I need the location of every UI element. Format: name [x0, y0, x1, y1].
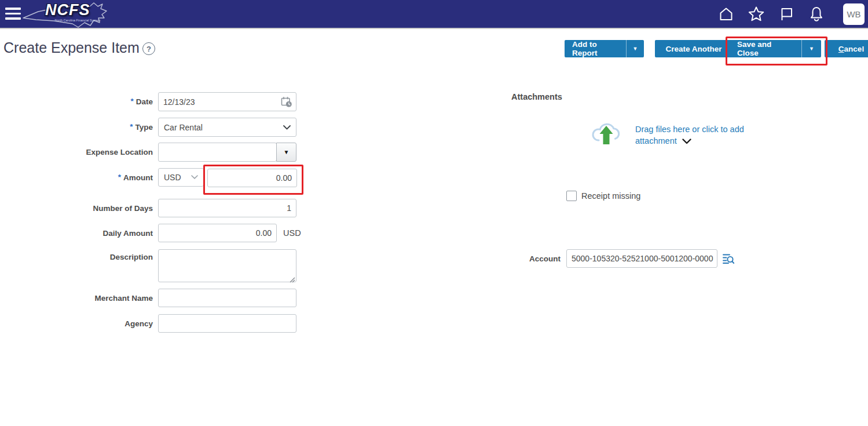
number-of-days-field-label: Number of Days — [0, 199, 153, 218]
label-text: Merchant Name — [94, 294, 153, 303]
daily-amount-currency-suffix: USD — [283, 224, 301, 243]
label-text: Type — [135, 123, 153, 132]
label-text: Expense Location — [86, 148, 153, 156]
label-text: Number of Days — [93, 204, 153, 213]
save-and-close-dropdown-arrow-icon[interactable]: ▼ — [801, 40, 821, 57]
attachment-options-chevron-icon[interactable] — [682, 136, 691, 148]
expense-location-field-label: Expense Location — [0, 143, 153, 162]
add-to-report-dropdown-arrow-icon[interactable]: ▼ — [626, 40, 644, 57]
ncfs-logo[interactable]: NCFS North Carolina Financial System — [22, 0, 109, 28]
amount-input[interactable] — [207, 169, 297, 187]
amount-currency-select[interactable]: USD — [158, 168, 204, 187]
expense-location-dropdown-button[interactable]: ▼ — [276, 143, 296, 162]
daily-amount-field-label: Daily Amount — [0, 224, 153, 243]
account-field-label: Account — [466, 249, 561, 268]
notifications-bell-icon[interactable] — [808, 5, 825, 23]
required-marker: * — [118, 173, 121, 181]
date-field-label: *Date — [0, 92, 153, 111]
page-title: Create Expense Item — [3, 39, 140, 56]
label-text: Account — [529, 254, 561, 263]
label-text: Daily Amount — [102, 229, 153, 238]
receipt-missing-checkbox[interactable] — [566, 191, 577, 201]
agency-input[interactable] — [158, 314, 296, 333]
account-search-icon[interactable] — [721, 252, 735, 268]
type-select[interactable]: Car Rental — [158, 118, 296, 137]
favorites-star-icon[interactable] — [748, 5, 765, 23]
logo-tagline: North Carolina Financial System — [47, 19, 108, 22]
cancel-label: Cancel — [838, 45, 864, 53]
home-icon[interactable] — [717, 5, 735, 23]
daily-amount-input[interactable] — [158, 224, 277, 242]
merchant-name-field-label: Merchant Name — [0, 289, 153, 308]
create-another-button[interactable]: Create Another — [655, 40, 733, 57]
hamburger-menu-icon[interactable] — [5, 8, 21, 21]
agency-field-label: Agency — [0, 314, 153, 333]
attachments-section-label: Attachments — [511, 92, 562, 101]
label-text: Date — [136, 97, 153, 106]
save-and-close-button[interactable]: Save and Close ▼ — [730, 40, 821, 57]
user-avatar[interactable]: WB — [843, 3, 865, 25]
account-input[interactable] — [566, 249, 717, 268]
resize-handle-icon[interactable] — [290, 275, 295, 285]
receipt-missing-label: Receipt missing — [581, 191, 640, 202]
create-expense-item-screen: NCFS North Carolina Financial System WB … — [0, 0, 868, 426]
add-to-report-button[interactable]: Add to Report ▼ — [565, 40, 644, 57]
flag-icon[interactable] — [778, 5, 795, 23]
description-textarea[interactable] — [158, 249, 296, 282]
date-input[interactable] — [158, 92, 296, 111]
attachment-drop-text-block[interactable]: Drag files here or click to add attachme… — [635, 124, 751, 147]
logo-acronym: NCFS — [45, 1, 90, 19]
attachment-drop-zone[interactable]: Drag files here or click to add attachme… — [590, 119, 758, 151]
chevron-down-icon — [191, 175, 198, 179]
description-field-label: Description — [0, 249, 153, 262]
create-another-label: Create Another — [665, 45, 721, 53]
label-text: Agency — [124, 319, 153, 328]
upload-cloud-icon — [590, 119, 624, 149]
app-header: NCFS North Carolina Financial System WB — [0, 0, 868, 29]
chevron-down-icon — [283, 125, 291, 130]
dropdown-arrow-icon: ▼ — [284, 149, 290, 155]
type-select-value: Car Rental — [164, 123, 203, 132]
help-icon[interactable]: ? — [142, 42, 155, 55]
required-marker: * — [130, 97, 133, 105]
calendar-clock-icon[interactable] — [280, 96, 292, 110]
number-of-days-input[interactable] — [158, 199, 296, 217]
cancel-button[interactable]: Cancel — [825, 40, 868, 57]
type-field-label: *Type — [0, 118, 153, 137]
expense-location-input[interactable] — [158, 143, 277, 162]
required-marker: * — [130, 122, 133, 131]
label-text: Description — [110, 253, 153, 261]
save-and-close-label: Save and Close — [730, 40, 801, 57]
amount-currency-value: USD — [164, 173, 181, 182]
amount-field-label: *Amount — [0, 168, 153, 187]
add-to-report-label: Add to Report — [565, 40, 626, 57]
merchant-name-input[interactable] — [158, 289, 296, 307]
label-text: Amount — [123, 173, 153, 182]
